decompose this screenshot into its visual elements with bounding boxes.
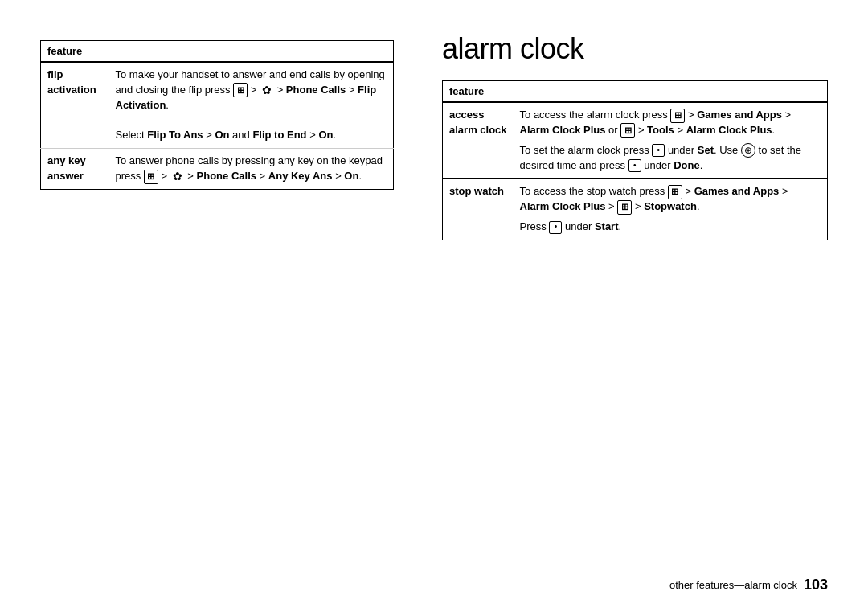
left-feature-table: feature flipactivationTo make your hands… (40, 40, 394, 190)
table-row: stop watchTo access the stop watch press… (443, 179, 828, 240)
bold-text: Games and Apps (694, 185, 780, 197)
bold-text: Games and Apps (697, 109, 782, 121)
bold-text: Phone Calls (286, 84, 346, 96)
grid-icon (233, 83, 248, 97)
desc-block: To access the stop watch press > Games a… (520, 184, 821, 215)
desc-cell: To access the alarm clock press > Games … (514, 102, 828, 179)
table-row: accessalarm clockTo access the alarm clo… (443, 102, 828, 179)
bold-text: Flip To Ans (147, 129, 203, 141)
feature-cell: accessalarm clock (443, 102, 514, 179)
grid-icon (620, 123, 635, 138)
footer: other features—alarm clock 103 (669, 577, 828, 593)
bold-text: Tools (647, 124, 674, 136)
left-column: feature flipactivationTo make your hands… (40, 32, 394, 584)
table-row: any keyanswerTo answer phone calls by pr… (41, 149, 394, 190)
bold-text: Stopwatch (644, 200, 697, 212)
bold-text: Alarm Clock Plus (520, 124, 606, 136)
left-table-header: feature (41, 41, 394, 63)
grid-icon (617, 200, 632, 215)
bold-text: Alarm Clock Plus (686, 124, 772, 136)
bold-text: On (344, 170, 358, 182)
bullet-icon (628, 159, 641, 172)
gear-icon: ✿ (260, 83, 274, 97)
footer-text: other features—alarm clock (669, 579, 797, 591)
bold-text: On (215, 129, 229, 141)
feature-cell: stop watch (443, 179, 514, 240)
bold-text: Start (595, 220, 619, 232)
grid-icon (668, 185, 682, 199)
feature-cell: any keyanswer (41, 149, 109, 190)
table-row: flipactivationTo make your handset to an… (41, 62, 394, 149)
bold-text: On (318, 129, 333, 141)
desc-cell: To make your handset to answer and end c… (109, 62, 394, 149)
bullet-icon (549, 221, 562, 234)
grid-icon (670, 109, 685, 123)
desc-block: To access the alarm clock press > Games … (520, 108, 821, 138)
feature-cell: flipactivation (41, 62, 109, 149)
desc-block: To set the alarm clock press under Set. … (520, 143, 821, 174)
right-column: alarm clock feature accessalarm clockTo … (442, 32, 828, 584)
desc-cell: To answer phone calls by pressing any ke… (109, 149, 394, 190)
gear-icon: ✿ (170, 170, 185, 184)
bold-text: Set (698, 144, 714, 156)
nav-icon (741, 143, 755, 158)
page-number: 103 (804, 577, 828, 593)
desc-block: Press under Start. (520, 220, 821, 235)
bullet-icon (652, 144, 665, 157)
right-feature-table: feature accessalarm clockTo access the a… (442, 80, 828, 240)
bold-text: Phone Calls (197, 170, 256, 182)
bold-text: Done (674, 159, 700, 171)
page-title: alarm clock (442, 32, 828, 66)
bold-text: Alarm Clock Plus (520, 200, 606, 212)
bold-text: Any Key Ans (268, 170, 333, 182)
grid-icon (144, 170, 158, 184)
right-table-header: feature (443, 81, 828, 103)
desc-cell: To access the stop watch press > Games a… (514, 179, 828, 240)
bold-text: Flip to End (252, 129, 306, 141)
